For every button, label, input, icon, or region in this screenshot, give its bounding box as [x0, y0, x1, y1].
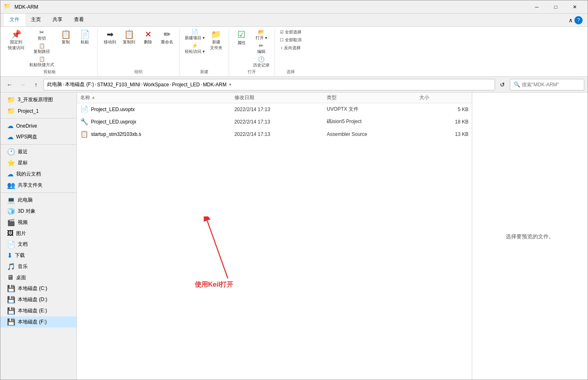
- paste-button[interactable]: 📄 粘贴: [76, 28, 94, 47]
- file-row-uvoptx[interactable]: 📄 Project_LED.uvoptx 2022/2/14 17:13 UVO…: [77, 103, 472, 116]
- sidebar-item-devboard[interactable]: 📁 3_开发板原理图: [0, 94, 76, 105]
- deselect-all-button[interactable]: ☐ 全部取消: [278, 36, 303, 44]
- navigation-bar: ← → ↑ 此电脑 › 本地磁盘 (F:) › STM32_F103_MINI …: [0, 77, 588, 93]
- sidebar-item-onedrive[interactable]: ☁ OneDrive: [0, 120, 76, 131]
- copy-icon: 📋: [61, 30, 71, 38]
- title-icon: 📁: [4, 3, 12, 11]
- sidebar-item-wps[interactable]: ☁ WPS网盘: [0, 131, 76, 142]
- title-text: MDK-ARM: [14, 4, 527, 10]
- file-date-uvoptx: 2022/2/14 17:13: [234, 107, 327, 112]
- sidebar-item-documents[interactable]: 📄 文档: [0, 239, 76, 250]
- sidebar-item-desktop[interactable]: 🖥 桌面: [0, 272, 76, 283]
- col-name-header[interactable]: 名称 ∧: [80, 94, 234, 101]
- organize-label: 组织: [134, 69, 143, 76]
- recent-icon: 🕐: [7, 148, 15, 156]
- sidebar-item-music[interactable]: 🎵 音乐: [0, 261, 76, 272]
- paste-shortcut-button[interactable]: 📋 粘贴快捷方式: [28, 56, 56, 69]
- new-item-button[interactable]: 📄 新建项目 ▾: [183, 28, 206, 42]
- refresh-button[interactable]: ↺: [497, 79, 508, 90]
- col-date-header[interactable]: 修改日期: [234, 94, 327, 101]
- window-controls: ─ □ ✕: [527, 0, 584, 14]
- tab-share[interactable]: 共享: [47, 14, 68, 26]
- ribbon-group-new: 📄 新建项目 ▾ ⚡ 轻松访问 ▾ 📁 新建文件夹 新建: [180, 28, 229, 76]
- sidebar-item-project1[interactable]: 📁 Project_1: [0, 105, 76, 116]
- back-button[interactable]: ←: [4, 79, 15, 90]
- breadcrumb-drive-f[interactable]: 本地磁盘 (F:): [65, 81, 94, 88]
- wps-icon: ☁: [7, 133, 14, 141]
- cloud-docs-icon: ☁: [7, 170, 14, 178]
- rename-button[interactable]: ✏ 重命名: [158, 28, 176, 47]
- sidebar-item-downloads[interactable]: ⬇ 下载: [0, 250, 76, 261]
- ribbon-group-organize: ➡ 移动到 📋 复制到 ✕ 删除 ✏ 重命名 组织: [98, 28, 180, 76]
- sort-arrow: ∧: [92, 95, 95, 100]
- address-bar[interactable]: 此电脑 › 本地磁盘 (F:) › STM32_F103_MINI › Work…: [43, 79, 495, 90]
- pin-quick-access-button[interactable]: 📌 固定到 快速访问: [5, 28, 27, 52]
- file-row-uvprojx[interactable]: 🔧 Project_LED.uvprojx 2022/2/14 17:13 碼i…: [77, 116, 472, 128]
- new-items: 📄 新建项目 ▾ ⚡ 轻松访问 ▾ 📁 新建文件夹: [183, 28, 225, 69]
- easy-access-button[interactable]: ⚡ 轻松访问 ▾: [183, 42, 206, 55]
- music-icon: 🎵: [7, 263, 15, 271]
- tab-view[interactable]: 查看: [68, 14, 90, 26]
- sidebar-divider-3: [0, 192, 76, 193]
- address-breadcrumb: 此电脑 › 本地磁盘 (F:) › STM32_F103_MINI › Work…: [47, 81, 227, 88]
- easy-access-icon: ⚡: [191, 43, 198, 48]
- downloads-icon: ⬇: [7, 252, 12, 259]
- drive-d-icon: 💾: [7, 296, 15, 304]
- copy-path-button[interactable]: 📋 复制路径: [28, 43, 56, 55]
- sidebar-item-drive-f[interactable]: 💾 本地磁盘 (F:): [0, 316, 76, 328]
- edit-button[interactable]: ✏ 编辑: [251, 42, 271, 55]
- sidebar-item-3dobjects[interactable]: 🧊 3D 对象: [0, 206, 76, 217]
- breadcrumb-stm32[interactable]: STM32_F103_MINI: [97, 82, 141, 88]
- search-box[interactable]: 🔍: [510, 79, 584, 90]
- ribbon-group-clipboard: 📌 固定到 快速访问 ✂ 剪切 📋 复制路径 📋 粘贴快捷方式: [2, 28, 98, 76]
- search-input[interactable]: [522, 82, 581, 88]
- sidebar-divider-1: [0, 118, 76, 119]
- sidebar-item-video[interactable]: 🎬 视频: [0, 217, 76, 228]
- delete-button[interactable]: ✕ 删除: [139, 28, 157, 47]
- move-to-button[interactable]: ➡ 移动到: [101, 28, 119, 47]
- file-size-startup: 13 KB: [419, 131, 468, 137]
- sidebar-item-pictures[interactable]: 🖼 图片: [0, 228, 76, 239]
- ribbon-collapse-icon[interactable]: ∧: [569, 17, 573, 24]
- sidebar-item-recent[interactable]: 🕐 最近: [0, 146, 76, 157]
- breadcrumb-pc[interactable]: 此电脑: [47, 81, 62, 88]
- drive-e-icon: 💾: [7, 307, 15, 315]
- up-button[interactable]: ↑: [30, 79, 42, 90]
- history-button[interactable]: 🕐 历史记录: [251, 56, 271, 69]
- copy-to-button[interactable]: 📋 复制到: [120, 28, 138, 47]
- minimize-button[interactable]: ─: [527, 0, 546, 14]
- col-type-header[interactable]: 类型: [327, 94, 419, 101]
- file-icon-uvprojx: 🔧: [80, 118, 88, 126]
- breadcrumb-mdkarm[interactable]: MDK-ARM: [203, 82, 227, 88]
- address-dropdown-icon[interactable]: ▾: [229, 82, 231, 87]
- close-button[interactable]: ✕: [565, 0, 584, 14]
- forward-button[interactable]: →: [17, 79, 29, 90]
- titlebar: 📁 MDK-ARM ─ □ ✕: [0, 0, 588, 14]
- copy-button[interactable]: 📋 复制: [57, 28, 75, 47]
- sidebar-item-starred[interactable]: ⭐ 星标: [0, 157, 76, 169]
- new-folder-button[interactable]: 📁 新建文件夹: [207, 28, 225, 52]
- sidebar-item-drive-d[interactable]: 💾 本地磁盘 (D:): [0, 294, 76, 305]
- invert-selection-button[interactable]: ↕ 反向选择: [278, 44, 303, 52]
- tab-home[interactable]: 主页: [25, 14, 47, 26]
- open-button[interactable]: 📂 打开 ▾: [251, 28, 271, 42]
- star-icon: ⭐: [7, 159, 15, 167]
- sidebar-item-shared[interactable]: 👥 共享文件夹: [0, 180, 76, 191]
- sidebar-item-cloud-docs[interactable]: ☁ 我的云文档: [0, 169, 76, 180]
- file-row-startup[interactable]: 📋 startup_stm32f103xb.s 2022/2/14 17:13 …: [77, 128, 472, 140]
- sidebar-item-thispc[interactable]: 💻 此电脑: [0, 195, 76, 206]
- tab-file[interactable]: 文件: [4, 14, 25, 26]
- properties-button[interactable]: ☑ 属性: [232, 28, 251, 48]
- select-all-button[interactable]: ☑ 全部选择: [278, 28, 303, 36]
- file-name-uvoptx: 📄 Project_LED.uvoptx: [80, 105, 234, 113]
- breadcrumb-workspace[interactable]: WorkSpace: [143, 82, 169, 88]
- file-date-startup: 2022/2/14 17:13: [234, 131, 327, 137]
- sidebar-item-drive-e[interactable]: 💾 本地磁盘 (E:): [0, 305, 76, 316]
- breadcrumb-projectled[interactable]: Project_LED: [172, 82, 200, 88]
- sidebar-item-drive-c[interactable]: 💾 本地磁盘 (C:): [0, 283, 76, 294]
- help-icon[interactable]: ?: [574, 16, 583, 24]
- ribbon-group-open: ☑ 属性 📂 打开 ▾ ✏ 编辑 🕐 历史记录: [229, 28, 275, 76]
- maximize-button[interactable]: □: [546, 0, 565, 14]
- cut-button[interactable]: ✂ 剪切: [28, 28, 56, 42]
- col-size-header[interactable]: 大小: [419, 94, 468, 101]
